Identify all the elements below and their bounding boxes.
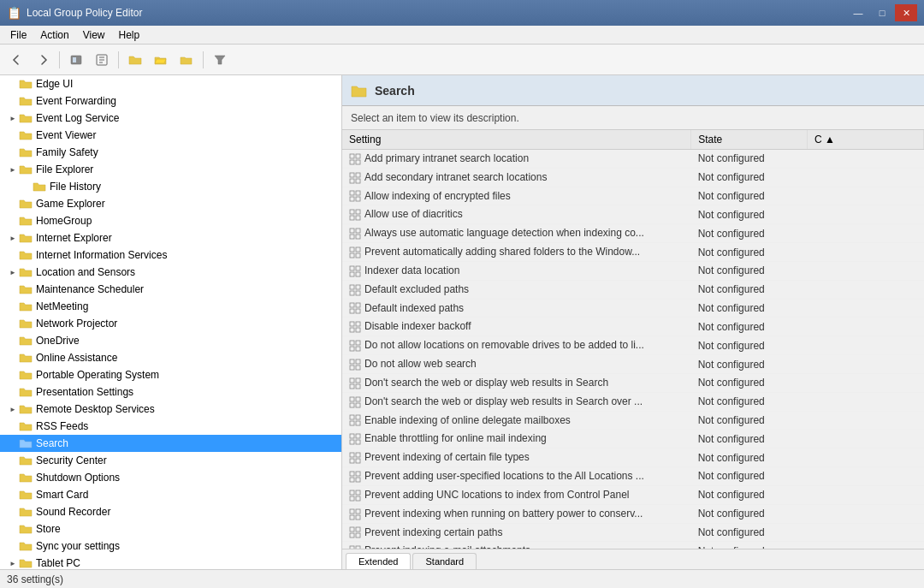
tree-item-event-viewer[interactable]: Event Viewer bbox=[0, 127, 341, 144]
table-row[interactable]: Add secondary intranet search locationsN… bbox=[342, 168, 924, 187]
tree-item-netmeeting[interactable]: NetMeeting bbox=[0, 298, 341, 315]
menu-action[interactable]: Action bbox=[33, 27, 75, 43]
col-header-state[interactable]: State bbox=[691, 130, 808, 150]
table-row[interactable]: Prevent automatically adding shared fold… bbox=[342, 243, 924, 262]
table-row[interactable]: Don't search the web or display web resu… bbox=[342, 392, 924, 411]
table-row[interactable]: Prevent indexing of certain file typesNo… bbox=[342, 448, 924, 467]
expand-arrow-event-viewer[interactable] bbox=[7, 129, 19, 141]
tree-item-event-forwarding[interactable]: Event Forwarding bbox=[0, 92, 341, 110]
expand-arrow-sound-recorder[interactable] bbox=[7, 506, 19, 518]
table-row[interactable]: Disable indexer backoffNot configured bbox=[342, 318, 924, 336]
expand-arrow-homegroup[interactable] bbox=[7, 215, 19, 227]
expand-arrow-remote-desktop-services[interactable]: ► bbox=[7, 403, 19, 415]
table-row[interactable]: Prevent adding UNC locations to index fr… bbox=[342, 485, 924, 504]
tree-item-tablet-pc[interactable]: ►Tablet PC bbox=[0, 555, 341, 569]
expand-arrow-onedrive[interactable] bbox=[7, 335, 19, 347]
expand-arrow-netmeeting[interactable] bbox=[7, 300, 19, 312]
tree-item-event-log-service[interactable]: ►Event Log Service bbox=[0, 110, 341, 127]
menu-file[interactable]: File bbox=[3, 27, 33, 43]
tree-item-file-explorer[interactable]: ►File Explorer bbox=[0, 161, 341, 178]
maximize-button[interactable]: □ bbox=[871, 4, 893, 21]
tree-item-file-history[interactable]: File History bbox=[0, 178, 341, 195]
table-row[interactable]: Default indexed pathsNot configured bbox=[342, 299, 924, 318]
minimize-button[interactable]: — bbox=[847, 4, 869, 21]
expand-arrow-internet-information-services[interactable] bbox=[7, 249, 19, 261]
table-row[interactable]: Don't search the web or display web resu… bbox=[342, 373, 924, 392]
expand-arrow-maintenance-scheduler[interactable] bbox=[7, 283, 19, 295]
tree-item-homegroup[interactable]: HomeGroup bbox=[0, 212, 341, 229]
back-button[interactable] bbox=[5, 49, 29, 71]
expand-arrow-game-explorer[interactable] bbox=[7, 198, 19, 210]
menu-view[interactable]: View bbox=[76, 27, 112, 43]
tree-item-remote-desktop-services[interactable]: ►Remote Desktop Services bbox=[0, 401, 341, 418]
table-row[interactable]: Do not allow web searchNot configured bbox=[342, 355, 924, 374]
tree-item-internet-information-services[interactable]: Internet Information Services bbox=[0, 246, 341, 264]
tree-item-rss-feeds[interactable]: RSS Feeds bbox=[0, 418, 341, 435]
table-row[interactable]: Allow indexing of encrypted filesNot con… bbox=[342, 187, 924, 205]
tab-standard[interactable]: Standard bbox=[412, 553, 477, 569]
expand-arrow-edge-ui[interactable] bbox=[7, 78, 19, 90]
expand-arrow-file-explorer[interactable]: ► bbox=[7, 163, 19, 175]
tree-item-portable-operating-system[interactable]: Portable Operating System bbox=[0, 366, 341, 383]
tree-item-internet-explorer[interactable]: ►Internet Explorer bbox=[0, 229, 341, 246]
table-row[interactable]: Do not allow locations on removable driv… bbox=[342, 336, 924, 355]
tree-item-onedrive[interactable]: OneDrive bbox=[0, 332, 341, 349]
forward-button[interactable] bbox=[31, 49, 55, 71]
tree-item-sync-your-settings[interactable]: Sync your settings bbox=[0, 538, 341, 555]
expand-arrow-presentation-settings[interactable] bbox=[7, 386, 19, 398]
expand-arrow-rss-feeds[interactable] bbox=[7, 420, 19, 432]
table-row[interactable]: Indexer data locationNot configured bbox=[342, 261, 924, 280]
table-row[interactable]: Allow use of diacriticsNot configured bbox=[342, 205, 924, 224]
tree-item-maintenance-scheduler[interactable]: Maintenance Scheduler bbox=[0, 281, 341, 298]
tree-item-location-and-sensors[interactable]: ►Location and Sensors bbox=[0, 264, 341, 281]
expand-arrow-internet-explorer[interactable]: ► bbox=[7, 232, 19, 244]
expand-arrow-security-center[interactable] bbox=[7, 454, 19, 466]
tree-item-search[interactable]: Search bbox=[0, 435, 341, 452]
tree-item-security-center[interactable]: Security Center bbox=[0, 452, 341, 469]
expand-arrow-store[interactable] bbox=[7, 523, 19, 535]
expand-arrow-shutdown-options[interactable] bbox=[7, 472, 19, 484]
table-row[interactable]: Prevent adding user-specified locations … bbox=[342, 467, 924, 486]
expand-arrow-event-forwarding[interactable] bbox=[7, 95, 19, 107]
expand-arrow-file-history[interactable] bbox=[21, 181, 33, 193]
expand-arrow-family-safety[interactable] bbox=[7, 146, 19, 158]
expand-arrow-network-projector[interactable] bbox=[7, 318, 19, 330]
tree-item-family-safety[interactable]: Family Safety bbox=[0, 144, 341, 161]
table-row[interactable]: Add primary intranet search locationNot … bbox=[342, 150, 924, 169]
close-button[interactable]: ✕ bbox=[895, 4, 917, 21]
filter-button[interactable] bbox=[208, 49, 232, 71]
table-row[interactable]: Prevent indexing when running on battery… bbox=[342, 504, 924, 523]
table-row[interactable]: Always use automatic language detection … bbox=[342, 224, 924, 243]
settings-table-container[interactable]: Setting State C ▲ Add primary intranet s… bbox=[342, 130, 924, 549]
tree-item-store[interactable]: Store bbox=[0, 520, 341, 538]
col-header-setting[interactable]: Setting bbox=[342, 130, 691, 150]
expand-arrow-portable-operating-system[interactable] bbox=[7, 369, 19, 381]
table-row[interactable]: Enable throttling for online mail indexi… bbox=[342, 430, 924, 448]
expand-arrow-tablet-pc[interactable]: ► bbox=[7, 557, 19, 569]
expand-arrow-event-log-service[interactable]: ► bbox=[7, 112, 19, 124]
open-folder-button[interactable] bbox=[149, 49, 173, 71]
expand-arrow-online-assistance[interactable] bbox=[7, 352, 19, 364]
menu-help[interactable]: Help bbox=[112, 27, 147, 43]
expand-arrow-sync-your-settings[interactable] bbox=[7, 540, 19, 552]
new-folder-button[interactable] bbox=[123, 49, 147, 71]
show-hide-button[interactable] bbox=[64, 49, 88, 71]
tree-item-shutdown-options[interactable]: Shutdown Options bbox=[0, 469, 341, 486]
table-row[interactable]: Enable indexing of online delegate mailb… bbox=[342, 411, 924, 430]
tree-item-edge-ui[interactable]: Edge UI bbox=[0, 75, 341, 92]
expand-arrow-search[interactable] bbox=[7, 437, 19, 449]
expand-arrow-smart-card[interactable] bbox=[7, 489, 19, 501]
table-row[interactable]: Prevent indexing e-mail attachmentsNot c… bbox=[342, 542, 924, 549]
tab-extended[interactable]: Extended bbox=[346, 553, 411, 569]
tree-item-sound-recorder[interactable]: Sound Recorder bbox=[0, 503, 341, 520]
tree-item-presentation-settings[interactable]: Presentation Settings bbox=[0, 383, 341, 401]
col-header-comment[interactable]: C ▲ bbox=[808, 130, 924, 150]
table-row[interactable]: Default excluded pathsNot configured bbox=[342, 280, 924, 299]
tree-item-smart-card[interactable]: Smart Card bbox=[0, 486, 341, 503]
tree-item-game-explorer[interactable]: Game Explorer bbox=[0, 195, 341, 212]
expand-arrow-location-and-sensors[interactable]: ► bbox=[7, 266, 19, 278]
table-row[interactable]: Prevent indexing certain pathsNot config… bbox=[342, 523, 924, 542]
properties-button[interactable] bbox=[90, 49, 114, 71]
tree-item-network-projector[interactable]: Network Projector bbox=[0, 315, 341, 332]
folder-button[interactable] bbox=[175, 49, 198, 71]
